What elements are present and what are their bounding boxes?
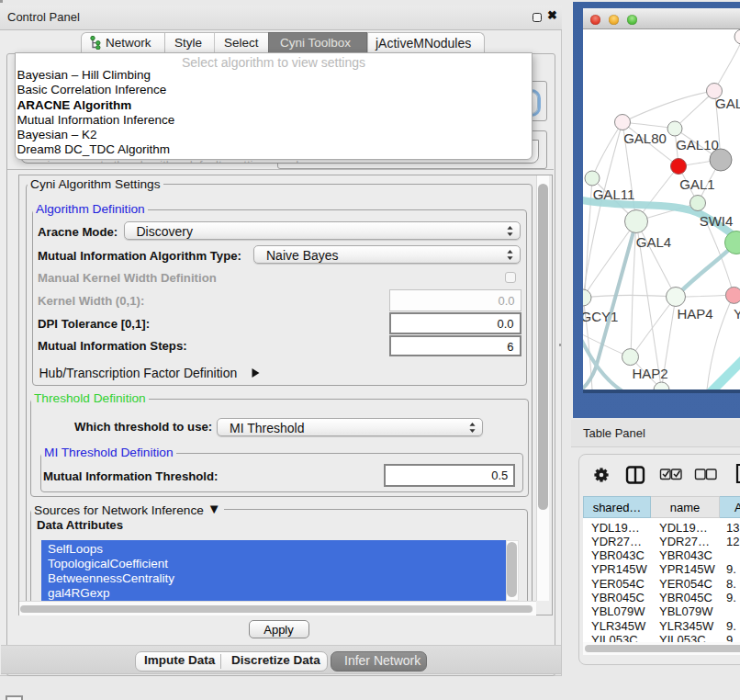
- svg-text:GAL80: GAL80: [623, 130, 667, 146]
- svg-text:HAP2: HAP2: [632, 366, 667, 381]
- svg-text:Y: Y: [734, 306, 740, 322]
- svg-text:GAL7: GAL7: [715, 96, 740, 111]
- svg-text:GAL10: GAL10: [676, 137, 719, 152]
- svg-text:SWI4: SWI4: [699, 213, 733, 229]
- svg-text:GCY1: GCY1: [583, 309, 618, 324]
- svg-text:HAP4: HAP4: [677, 306, 712, 322]
- svg-text:GAL4: GAL4: [635, 234, 670, 250]
- svg-text:GAL1: GAL1: [679, 176, 714, 192]
- svg-text:GAL11: GAL11: [592, 186, 634, 202]
